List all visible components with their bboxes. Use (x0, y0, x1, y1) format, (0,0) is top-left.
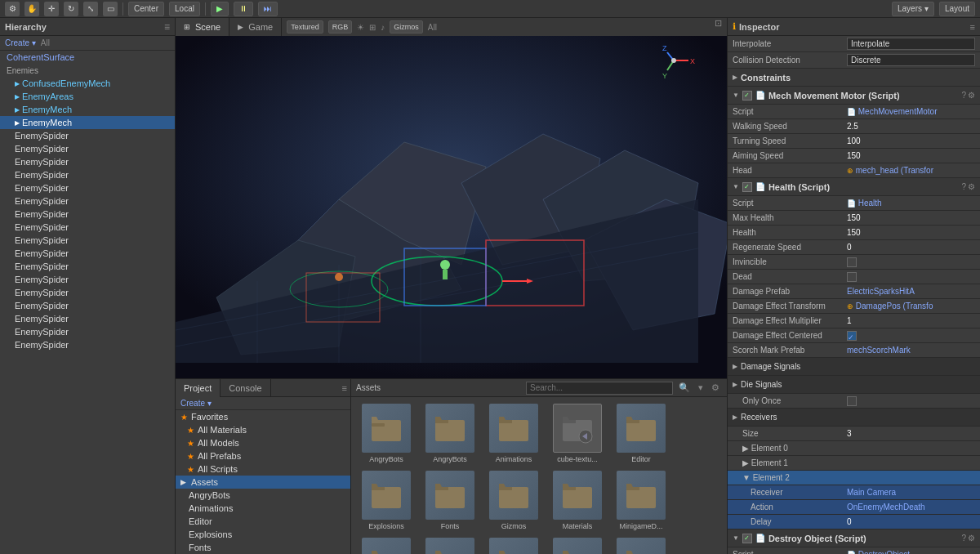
transform-button[interactable]: Local (169, 2, 200, 16)
step-button[interactable]: ⏭ (258, 2, 278, 16)
asset-plugins[interactable]: Plugins (485, 538, 542, 554)
hier-item-enemyspider11[interactable]: EnemySpider (0, 260, 175, 273)
hand-tool[interactable]: ✋ (24, 2, 39, 16)
move-tool[interactable]: ✛ (44, 2, 59, 16)
damage-signals-header[interactable]: ▶ Damage Signals (728, 358, 980, 376)
asset-resources[interactable]: Resources (612, 538, 670, 554)
hier-item-coherentsurface[interactable]: CoherentSurface (0, 51, 175, 64)
hierarchy-close[interactable]: ≡ (164, 21, 170, 33)
tab-game[interactable]: ▶ Game (229, 18, 282, 36)
hier-item-enemyspider17[interactable]: EnemySpider (0, 338, 175, 351)
assets-root[interactable]: ▶ Assets (176, 476, 350, 489)
hier-item-enemyspider14[interactable]: EnemySpider (0, 299, 175, 312)
asset-materials[interactable]: Materials (549, 471, 606, 531)
textured-dropdown[interactable]: Textured (287, 20, 323, 34)
delay-value[interactable]: 0 (847, 517, 975, 526)
damage-effect-mult-value[interactable]: 1 (847, 316, 975, 325)
asset-angrybots1[interactable]: AngryBots (358, 404, 415, 464)
sun-icon[interactable]: ☀ (357, 23, 364, 32)
health-header[interactable]: ▼ ✓ 📄 Health (Script) ? ⚙ (728, 178, 980, 196)
aiming-speed-value[interactable]: 150 (847, 151, 975, 160)
pivot-button[interactable]: Center (128, 2, 164, 16)
destroy-object-checkbox[interactable]: ✓ (742, 534, 752, 543)
project-create-bar[interactable]: Create ▾ (176, 397, 350, 410)
favorites-header[interactable]: ★ Favorites (176, 410, 350, 423)
folder-explosions[interactable]: Explosions (176, 528, 350, 541)
action-value[interactable]: OnEnemyMechDeath (847, 503, 975, 512)
asset-editor[interactable]: Editor (612, 404, 670, 464)
hier-item-enemyspider9[interactable]: EnemySpider (0, 234, 175, 247)
hier-item-enemyareas[interactable]: ▶EnemyAreas (0, 90, 175, 103)
invincible-checkbox[interactable] (847, 257, 857, 267)
damage-effect-centered-checkbox[interactable] (847, 331, 857, 341)
asset-gizmos[interactable]: Gizmos (485, 471, 542, 531)
fav-materials[interactable]: ★ All Materials (176, 423, 350, 436)
hier-item-enemyspider1[interactable]: EnemySpider (0, 129, 175, 142)
asset-explosions[interactable]: Explosions (358, 471, 415, 531)
tab-scene[interactable]: ⊞ Scene (176, 18, 229, 36)
hier-item-enemyspider3[interactable]: EnemySpider (0, 155, 175, 168)
asset-settings-icon[interactable]: ⚙ (709, 382, 722, 393)
layers-dropdown[interactable]: Layers ▾ (892, 2, 934, 16)
asset-filter-icon[interactable]: ▾ (696, 382, 706, 393)
receiver-value[interactable]: Main Camera (847, 488, 975, 497)
insp-collision-value[interactable]: Discrete (847, 54, 975, 66)
hier-item-enemyspider13[interactable]: EnemySpider (0, 286, 175, 299)
hier-section-enemies[interactable]: Enemies (0, 64, 175, 77)
play-button[interactable]: ▶ (211, 2, 229, 16)
hier-item-enemyspider6[interactable]: EnemySpider (0, 194, 175, 208)
asset-search-input[interactable] (526, 382, 673, 395)
gizmos-dropdown[interactable]: Gizmos (390, 20, 423, 34)
folder-animations[interactable]: Animations (176, 502, 350, 515)
create-label[interactable]: Create ▾ (5, 38, 36, 47)
hier-item-enemyspider5[interactable]: EnemySpider (0, 181, 175, 194)
hier-item-enemyspider8[interactable]: EnemySpider (0, 221, 175, 234)
health-script-value[interactable]: 📄 Health (847, 199, 975, 208)
constraints-header[interactable]: ▶ Constraints (728, 69, 980, 87)
die-signals-header[interactable]: ▶ Die Signals (728, 376, 980, 394)
mech-motor-header[interactable]: ▼ ✓ 📄 Mech Movement Motor (Script) ? ⚙ (728, 87, 980, 105)
audio-icon[interactable]: ♪ (381, 23, 385, 32)
health-value[interactable]: 150 (847, 228, 975, 237)
hier-item-enemyspider2[interactable]: EnemySpider (0, 142, 175, 155)
unity-icon[interactable]: ⚙ (5, 2, 20, 16)
pause-button[interactable]: ⏸ (234, 2, 253, 16)
all-label[interactable]: All (428, 23, 437, 32)
health-settings-icon[interactable]: ⚙ (968, 182, 975, 191)
tab-console[interactable]: Console (220, 379, 270, 397)
insp-interpolate-value[interactable]: Interpolate (847, 38, 975, 50)
mech-motor-help-icon[interactable]: ? (961, 91, 966, 100)
hier-item-enemyspider16[interactable]: EnemySpider (0, 325, 175, 338)
inspector-menu[interactable]: ≡ (970, 22, 975, 32)
rotate-tool[interactable]: ↻ (64, 2, 78, 16)
folder-fonts[interactable]: Fonts (176, 541, 350, 554)
scene-view[interactable]: X Y Z (176, 36, 727, 378)
project-menu[interactable]: ≡ (339, 383, 350, 393)
asset-physicsmats[interactable]: PhysicsMate... (421, 538, 479, 554)
rect-tool[interactable]: ▭ (103, 2, 118, 16)
scorch-mark-value[interactable]: mechScorchMark (847, 346, 975, 355)
destroy-script-value[interactable]: 📄 DestroyObject (847, 550, 975, 554)
hier-item-enemyspider15[interactable]: EnemySpider (0, 312, 175, 325)
damage-prefab-value[interactable]: ElectricSparksHitA (847, 287, 975, 296)
hier-item-enemyspider4[interactable]: EnemySpider (0, 168, 175, 181)
destroy-settings-icon[interactable]: ⚙ (968, 534, 975, 543)
asset-angrybots2[interactable]: AngryBots (421, 404, 479, 464)
fav-prefabs[interactable]: ★ All Prefabs (176, 449, 350, 462)
asset-prefabs[interactable]: Prefabs (549, 538, 606, 554)
asset-cube-texture[interactable]: cube-textu... (549, 404, 606, 464)
turning-speed-value[interactable]: 100 (847, 136, 975, 145)
mech-motor-script-value[interactable]: 📄 MechMovementMotor (847, 107, 975, 116)
overlay-icon[interactable]: ⊞ (369, 23, 376, 32)
hier-item-enemymech1[interactable]: ▶EnemyMech (0, 103, 175, 116)
health-checkbox[interactable]: ✓ (742, 182, 752, 192)
rgb-dropdown[interactable]: RGB (328, 20, 353, 34)
hier-item-enemymech2[interactable]: ▶EnemyMech (0, 116, 175, 129)
scene-maximize[interactable]: ⊡ (710, 18, 727, 36)
asset-objects[interactable]: Objects (358, 538, 415, 554)
all-filter[interactable]: All (41, 38, 50, 47)
walking-speed-value[interactable]: 2.5 (847, 122, 975, 131)
hier-item-confusedenemymech[interactable]: ▶ConfusedEnemyMech (0, 77, 175, 90)
fav-models[interactable]: ★ All Models (176, 436, 350, 449)
damage-effect-transform-value[interactable]: ⊕ DamagePos (Transfo (847, 302, 975, 311)
